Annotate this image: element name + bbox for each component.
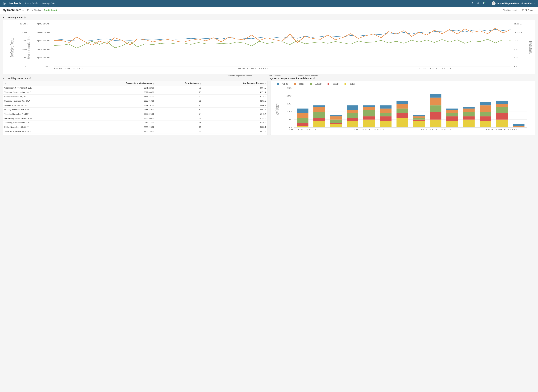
svg-rect-82 <box>380 108 392 113</box>
account-menu[interactable]: Internal Magento Demo - Essentials ⌄ <box>492 1 536 5</box>
table-row[interactable]: Monday, November 6th, 2017$365,350.00625… <box>3 107 267 112</box>
chart1-legend: Revenue by products ordered New Customer… <box>5 73 533 79</box>
brand-logo-icon[interactable] <box>2 1 6 5</box>
legend-item[interactable]: D21D1 <box>345 83 358 85</box>
legend-item[interactable]: 4BBCC <box>277 83 291 85</box>
svg-rect-83 <box>380 105 392 108</box>
svg-rect-106 <box>463 112 474 116</box>
table-row[interactable]: Friday, November 3rd, 2017$365,327.00705… <box>3 94 267 99</box>
table-header[interactable]: New Customers▲▼ <box>156 81 203 86</box>
nav-report-builder[interactable]: Report Builder <box>25 2 39 5</box>
svg-text:$600k: $600k <box>37 23 51 25</box>
svg-rect-81 <box>380 113 392 117</box>
svg-rect-79 <box>380 121 392 127</box>
all-stores-button[interactable]: All Stores <box>520 8 535 12</box>
svg-rect-73 <box>347 105 358 110</box>
svg-rect-107 <box>463 108 474 112</box>
chevron-down-icon: ⌄ <box>534 2 536 4</box>
svg-text:125: 125 <box>514 23 522 25</box>
svg-text:New Customer Revenue: New Customer Revenue <box>9 38 14 57</box>
svg-text:50: 50 <box>514 48 519 50</box>
svg-rect-98 <box>430 94 441 98</box>
table-cell: $377,883.00 <box>78 90 156 94</box>
legend-item[interactable]: New Customer Revenue <box>288 75 320 77</box>
legend-item[interactable]: 88527 <box>294 83 307 85</box>
table-header[interactable]: ▲▼ <box>3 81 78 86</box>
svg-text:Dec 19th, 2017: Dec 19th, 2017 <box>419 67 452 69</box>
table-row[interactable]: Sunday, November 12th, 2017$371,409.0081… <box>3 134 267 135</box>
svg-rect-77 <box>363 107 375 110</box>
legend-item[interactable]: Revenue by products ordered <box>218 75 254 77</box>
svg-text:$0: $0 <box>45 65 51 67</box>
table-row[interactable]: Wednesday, November 1st, 2017$371,228.00… <box>3 86 267 90</box>
svg-rect-120 <box>513 124 524 126</box>
dashboard-title[interactable]: My Dashboard ⌄ <box>3 9 24 12</box>
svg-text:Nov 26th, 2017: Nov 26th, 2017 <box>419 128 452 130</box>
globe-icon[interactable] <box>477 2 479 5</box>
svg-rect-96 <box>430 105 441 112</box>
svg-rect-89 <box>413 121 425 127</box>
nav-dashboards[interactable]: Dashboards <box>9 2 21 5</box>
svg-rect-114 <box>496 120 508 127</box>
svg-text:Revenue by products ordered: Revenue by products ordered <box>26 36 31 59</box>
table-header[interactable]: New Customer Revenue▲▼ <box>203 81 267 86</box>
svg-text:5: 5 <box>289 119 292 120</box>
table-row[interactable]: Thursday, November 2nd, 2017$377,883.007… <box>3 90 267 94</box>
table-cell: 4,291.3 <box>203 99 267 103</box>
table-cell: 4,338.3 <box>203 121 267 125</box>
notification-dot-icon <box>484 2 485 3</box>
table-row[interactable]: Saturday, November 11th, 2017$366,183.00… <box>3 129 267 134</box>
svg-text:$360k: $360k <box>37 40 51 42</box>
svg-rect-63 <box>313 105 325 107</box>
table-cell: $380,395.00 <box>78 112 156 116</box>
table-header[interactable]: Revenue by products ordered▲▼ <box>78 81 156 86</box>
table-row[interactable]: Wednesday, November 8th, 2017$388,556.00… <box>3 116 267 121</box>
sharing-button[interactable]: Sharing <box>32 9 41 11</box>
svg-rect-70 <box>347 118 358 121</box>
svg-rect-99 <box>446 121 458 127</box>
svg-rect-105 <box>463 117 474 120</box>
search-icon[interactable] <box>471 2 474 5</box>
table-row[interactable]: Saturday, November 4th, 2017$369,059.008… <box>3 99 267 103</box>
store-icon <box>522 9 524 11</box>
table-cell: 63 <box>156 129 203 134</box>
table-row[interactable]: Thursday, November 9th, 2017$364,417.008… <box>3 121 267 125</box>
table-cell: 4,859.1 <box>203 125 267 129</box>
svg-rect-68 <box>330 115 342 116</box>
svg-rect-61 <box>313 112 325 118</box>
table-cell: $364,417.00 <box>78 121 156 125</box>
add-report-button[interactable]: Add Report <box>43 9 57 11</box>
svg-text:10: 10 <box>286 111 292 112</box>
legend-item[interactable]: C38BD <box>327 83 341 85</box>
svg-rect-67 <box>330 117 342 120</box>
table-scroll[interactable]: ▲▼Revenue by products ordered▲▼New Custo… <box>3 81 267 135</box>
bell-icon[interactable] <box>482 2 485 5</box>
svg-text:25: 25 <box>514 57 519 59</box>
table-cell: 4,972.1 <box>203 90 267 94</box>
svg-rect-76 <box>363 110 375 117</box>
svg-text:0: 0 <box>25 65 28 67</box>
table-cell: Friday, November 10th, 2017 <box>3 125 78 129</box>
table-cell: Wednesday, November 8th, 2017 <box>3 116 78 121</box>
svg-rect-57 <box>297 113 308 118</box>
svg-text:0: 0 <box>514 65 517 67</box>
info-icon[interactable]: i <box>24 17 26 19</box>
table-cell: $371,167.00 <box>78 103 156 107</box>
svg-point-1 <box>472 3 473 4</box>
svg-rect-62 <box>313 107 325 112</box>
svg-rect-66 <box>330 120 342 123</box>
legend-item[interactable]: ACEBD <box>310 83 324 85</box>
table-cell: $369,293.00 <box>78 125 156 129</box>
chart1-title: 2017 Holiday Sales i <box>3 16 535 19</box>
legend-item[interactable]: New Customers <box>259 75 283 77</box>
nav-manage-data[interactable]: Manage Data <box>42 2 55 5</box>
table-row[interactable]: Tuesday, November 7th, 2017$380,395.0074… <box>3 112 267 116</box>
svg-rect-80 <box>380 117 392 121</box>
table-cell: 86 <box>156 99 203 103</box>
table-cell: 5,812.4 <box>203 129 267 134</box>
gear-icon[interactable] <box>27 9 29 12</box>
svg-rect-95 <box>430 112 441 119</box>
table-cell: 5,140.4 <box>203 112 267 116</box>
table-row[interactable]: Friday, November 10th, 2017$369,293.0076… <box>3 125 267 129</box>
table-row[interactable]: Sunday, November 5th, 2017$371,167.00735… <box>3 103 267 107</box>
